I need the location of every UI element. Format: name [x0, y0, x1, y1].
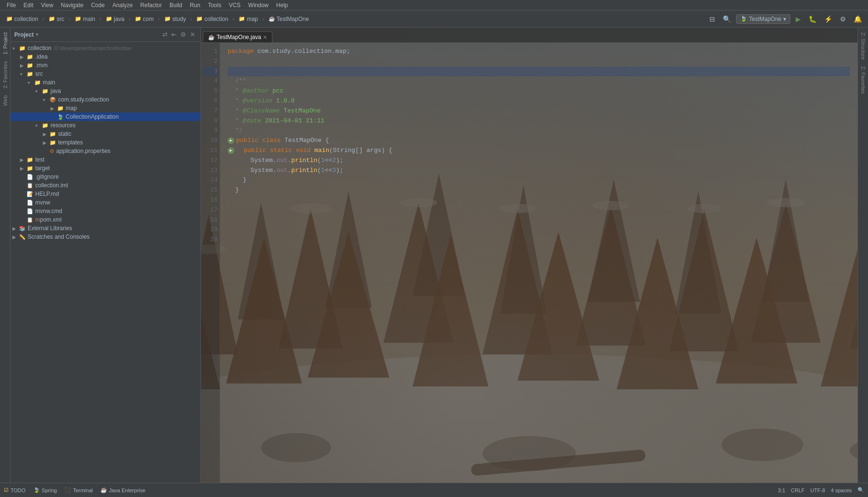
editor-content[interactable]: 1 2 3 4 5 6 7 8 9 10 11 12 13 14 15 16 1… — [201, 43, 858, 483]
code-line-5: * @author pcc — [228, 86, 850, 96]
tab-close-button[interactable]: ✕ — [263, 34, 267, 41]
sidebar-tab-favorites-right[interactable]: Z: Favorites — [859, 63, 868, 97]
sync-button[interactable]: ⇄ — [161, 30, 169, 39]
menu-window[interactable]: Window — [245, 1, 271, 10]
code-line-4: /** — [228, 76, 850, 86]
line-ending[interactable]: CRLF — [791, 487, 805, 493]
folder-icon: 📁 — [57, 105, 64, 112]
menu-edit[interactable]: Edit — [20, 1, 36, 10]
breadcrumb-collection2[interactable]: 📁 collection — [194, 15, 230, 23]
tree-item-mvn[interactable]: ▶ 📁 .mvn — [10, 61, 200, 70]
project-header-actions: ⇄ ⇤ ⚙ ✕ — [161, 30, 197, 39]
menu-vcs[interactable]: VCS — [226, 1, 244, 10]
tree-item-java[interactable]: ▾ 📁 java — [10, 87, 200, 95]
sidebar-tab-project[interactable]: 1: Project — [1, 30, 10, 57]
menu-analyze[interactable]: Analyze — [110, 1, 136, 10]
run-config-dropdown[interactable]: 🍃 TestMapOne ▾ — [736, 14, 790, 24]
tree-item-mvnw[interactable]: 📄 mvnw — [10, 198, 200, 207]
code-line-3 — [228, 67, 850, 77]
settings-gear-button[interactable]: ⚙ — [179, 30, 188, 39]
menu-file[interactable]: File — [4, 1, 19, 10]
status-terminal[interactable]: ⬛ Terminal — [64, 487, 93, 493]
menu-tools[interactable]: Tools — [205, 1, 224, 10]
tree-item-root[interactable]: ▾ 📁 collection D:\development\project\co… — [10, 44, 200, 52]
close-panel-button[interactable]: ✕ — [189, 30, 197, 39]
code-editor[interactable]: package com.study.collection.map; /** * … — [220, 43, 858, 483]
tree-item-main[interactable]: ▾ 📁 main — [10, 78, 200, 87]
status-spring[interactable]: 🍃 Spring — [33, 487, 57, 493]
tree-item-test[interactable]: ▶ 📁 test — [10, 155, 200, 164]
status-todo[interactable]: ☑ TODO — [4, 487, 26, 493]
menu-navigate[interactable]: Navigate — [58, 1, 86, 10]
code-line-12: System.out.println(1<<2); — [228, 156, 850, 166]
search-status-button[interactable]: 🔍 — [858, 487, 864, 493]
breadcrumb-src[interactable]: 📁 src — [46, 15, 67, 23]
sidebar-tab-favorites[interactable]: 2: Favorites — [1, 58, 10, 91]
breadcrumb-collection[interactable]: 📁 collection — [4, 15, 40, 23]
file-icon: 📄 — [27, 208, 33, 214]
tree-item-com-study-collection[interactable]: ▾ 📦 com.study.collection — [10, 95, 200, 104]
folder-icon: 📁 — [196, 16, 203, 22]
status-bar-right: 3:1 CRLF UTF-8 4 spaces 🔍 — [778, 487, 864, 493]
collapse-all-button[interactable]: ⇤ — [170, 30, 178, 39]
menu-code[interactable]: Code — [88, 1, 108, 10]
tree-item-external-libs[interactable]: ▶ 📚 External Libraries — [10, 224, 200, 233]
run-gutter-button[interactable]: ▶ — [228, 137, 234, 144]
indent-setting[interactable]: 4 spaces — [831, 487, 852, 493]
menu-run[interactable]: Run — [187, 1, 203, 10]
breadcrumb-study[interactable]: 📁 study — [162, 15, 189, 23]
tree-item-iml[interactable]: 📋 collection.iml — [10, 181, 200, 190]
layout-toggle-button[interactable]: ⊟ — [707, 14, 718, 24]
tree-item-static[interactable]: ▶ 📁 static — [10, 130, 200, 138]
menu-refactor[interactable]: Refactor — [138, 1, 165, 10]
status-java-enterprise[interactable]: ☕ Java Enterprise — [100, 487, 145, 493]
tree-item-target[interactable]: ▶ 📁 target — [10, 164, 200, 172]
folder-icon: 📁 — [50, 131, 56, 137]
tree-item-map[interactable]: ▶ 📁 map — [10, 104, 200, 112]
breadcrumb-main[interactable]: 📁 main — [72, 15, 98, 23]
breadcrumb-testmapone[interactable]: ☕ TestMapOne — [266, 15, 311, 23]
folder-icon: 📁 — [75, 16, 81, 22]
breadcrumb-com[interactable]: 📁 com — [132, 15, 156, 23]
tree-item-pomxml[interactable]: 📋 m pom.xml — [10, 215, 200, 224]
tree-item-templates[interactable]: ▶ 📁 templates — [10, 138, 200, 147]
breadcrumb-java[interactable]: 📁 java — [103, 15, 127, 23]
menu-help[interactable]: Help — [273, 1, 291, 10]
tree-item-idea[interactable]: ▶ 📁 .idea — [10, 52, 200, 61]
tree-item-collectionapp[interactable]: 🍃 CollectionApplication — [10, 112, 200, 121]
toolbar: 📁 collection › 📁 src › 📁 main › 📁 java ›… — [0, 10, 868, 28]
terminal-icon: ⬛ — [64, 487, 71, 493]
menu-view[interactable]: View — [38, 1, 56, 10]
settings-button[interactable]: ⚙ — [838, 14, 848, 24]
folder-icon: 📁 — [239, 16, 245, 22]
search-everywhere-button[interactable]: 🔍 — [720, 14, 733, 24]
tree-item-gitignore[interactable]: 📄 .gitignore — [10, 172, 200, 181]
cursor-position[interactable]: 3:1 — [778, 487, 785, 493]
run-button[interactable]: ▶ — [793, 14, 803, 24]
scratches-icon: ✏️ — [19, 234, 26, 240]
tree-item-scratches[interactable]: ▶ ✏️ Scratches and Consoles — [10, 233, 200, 241]
editor-tab-bar: ☕ TestMapOne.java ✕ — [201, 28, 858, 43]
notifications-button[interactable]: 🔔 — [851, 14, 864, 24]
tree-item-app-properties[interactable]: ⚙ application.properties — [10, 147, 200, 155]
menu-build[interactable]: Build — [167, 1, 185, 10]
project-tree: ▾ 📁 collection D:\development\project\co… — [10, 42, 200, 483]
tree-item-helpmd[interactable]: 📝 HELP.md — [10, 190, 200, 198]
code-line-10: ▶ public class TestMapOne { — [228, 136, 850, 146]
tree-item-src[interactable]: ▾ 📁 src — [10, 70, 200, 78]
encoding[interactable]: UTF-8 — [810, 487, 825, 493]
spring-icon: 🍃 — [33, 487, 40, 493]
editor-tab-testmapone[interactable]: ☕ TestMapOne.java ✕ — [203, 31, 272, 42]
debug-button[interactable]: 🐛 — [806, 14, 819, 24]
sidebar-tab-structure[interactable]: Z: Structure — [859, 30, 868, 62]
folder-icon: 📁 — [6, 16, 13, 22]
code-line-7: * @ClassName TestMapOne — [228, 106, 850, 116]
tree-item-mvnw-cmd[interactable]: 📄 mvnw.cmd — [10, 207, 200, 215]
code-line-15: } — [228, 185, 850, 195]
breadcrumb-map[interactable]: 📁 map — [236, 15, 260, 23]
run-main-gutter-button[interactable]: ▶ — [228, 147, 234, 154]
tree-item-resources[interactable]: ▾ 📁 resources — [10, 121, 200, 130]
profile-button[interactable]: ⚡ — [822, 14, 835, 24]
sidebar-tab-web[interactable]: Web — [1, 92, 10, 109]
folder-icon: 📁 — [27, 62, 33, 69]
